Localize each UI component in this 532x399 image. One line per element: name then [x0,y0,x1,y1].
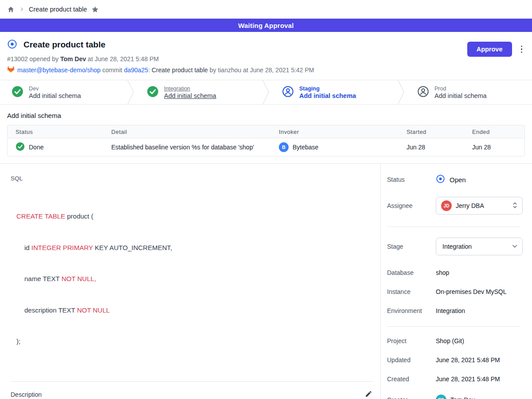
status-row: Status Open [387,174,525,185]
done-check-icon [16,142,25,153]
stage-pending-user-icon [282,86,294,99]
page-title: Create product table [23,40,106,50]
breadcrumb: Create product table [0,0,532,19]
stage-value: Integration [441,243,508,250]
issue-detail-panel: SQL CREATE TABLE product ( id INTEGER PR… [0,164,380,399]
stage-integration[interactable]: IntegrationAdd initial schema [135,80,262,104]
bytebase-issue-page: Create product table Waiting Approval Cr… [0,0,532,399]
more-actions-menu[interactable] [518,44,525,55]
chevron-down-icon [512,243,518,250]
issue-id: #13002 [7,55,28,63]
issue-header: Create product table Approve #13002 open… [0,32,532,80]
database-value[interactable]: shop [436,269,449,276]
stage-task-name: Add initial schema [434,92,487,99]
commit-hash-link[interactable]: da90a25 [124,66,149,74]
col-ended: Ended [464,129,524,135]
stage-staging[interactable]: StagingAdd initial schema [270,80,397,104]
col-detail: Detail [103,129,271,135]
stage-task-name: Add initial schema [29,92,81,99]
stage-env-name: Staging [299,86,356,92]
stage-label: Stage [387,243,436,250]
task-detail-cell: Established baseline version %s for data… [103,144,271,151]
stage-env-name: Dev [29,86,81,92]
task-table-header: Status Detail Invoker Started Ended [8,125,524,138]
stage-separator [262,80,270,104]
stage-separator [397,80,406,104]
environment-value: Integration [436,307,465,314]
environment-row: Environment Integration [387,307,525,314]
stage-done-icon [12,86,23,99]
creator-label: Creator [387,396,436,399]
banner-text: Waiting Approval [238,22,293,29]
breadcrumb-page-title[interactable]: Create product table [29,6,87,13]
issue-sidebar: Status Open Assignee JD Jerry DBA Stage [380,164,532,399]
created-value: June 28, 2021 5:48 PM [436,376,500,383]
task-ended-cell: Jun 28 [464,144,524,151]
commit-branch-link[interactable]: master@bytebase-demo/shop [17,66,101,74]
task-heading: Add initial schema [7,112,525,119]
assignee-label: Assignee [387,202,436,209]
home-icon[interactable] [7,6,15,13]
sql-statement: CREATE TABLE product ( id INTEGER PRIMAR… [11,190,373,368]
star-icon[interactable] [91,6,99,13]
col-started: Started [399,129,464,135]
divider [387,227,520,227]
status-value: Open [450,176,466,184]
stage-select[interactable]: Integration [436,238,523,255]
database-row: Database shop [387,269,525,276]
commit-byline: by tianzhou at June 28, 2021 5:42 PM [208,66,314,74]
creator-value: Tom Dev [450,396,475,399]
task-started-cell: Jun 28 [399,144,464,151]
col-invoker: Invoker [271,129,399,135]
assignee-avatar: JD [441,200,452,211]
status-label: Status [387,176,436,183]
stage-task-name: Add initial schema [164,92,216,99]
task-invoker-cell: B Bytebase [271,142,399,152]
approve-button[interactable]: Approve [467,42,512,57]
divider [387,326,520,327]
description-label: Description [11,391,42,398]
database-label: Database [387,269,436,276]
edit-description-pencil-icon[interactable] [364,389,373,399]
issue-author: Tom Dev [60,55,86,63]
stage-separator [126,80,135,104]
invoker-avatar: B [279,142,289,152]
stage-task-name: Add initial schema [299,92,356,99]
updated-label: Updated [387,356,436,364]
pipeline-stage-bar: DevAdd initial schema IntegrationAdd ini… [0,80,532,105]
project-value[interactable]: Shop (Git) [436,337,464,344]
task-status-cell: Done [8,142,103,153]
updated-row: Updated June 28, 2021 5:48 PM [387,356,525,364]
status-open-icon [436,174,445,185]
stage-prod[interactable]: ProdAdd initial schema [406,80,532,104]
updated-value: June 28, 2021 5:48 PM [436,356,500,364]
project-row: Project Shop (Git) [387,337,525,344]
commit-message: Create product table [152,66,208,74]
task-table-row[interactable]: Done Established baseline version %s for… [8,138,524,156]
chevron-right-icon [19,7,24,12]
col-status: Status [8,129,103,135]
stage-dev[interactable]: DevAdd initial schema [0,80,126,104]
gitlab-icon [7,66,15,74]
project-label: Project [387,337,436,344]
instance-row: Instance On-premises Dev MySQL [387,288,525,295]
stage-env-name: Integration [164,86,216,92]
environment-label: Environment [387,307,436,314]
assignee-row: Assignee JD Jerry DBA [387,197,525,215]
issue-meta: #13002 opened by Tom Dev at June 28, 202… [7,55,525,63]
issue-open-icon [7,39,17,51]
creator-row: Creator TD Tom Dev [387,395,525,399]
created-row: Created June 28, 2021 5:48 PM [387,376,525,383]
stage-pending-user-icon [417,86,429,99]
created-label: Created [387,376,436,383]
select-updown-icon [512,202,518,210]
divider [11,381,373,382]
stage-done-icon [147,86,159,99]
assignee-select[interactable]: JD Jerry DBA [436,197,523,215]
stage-env-name: Prod [434,86,487,92]
stage-row: Stage Integration [387,238,525,255]
instance-value[interactable]: On-premises Dev MySQL [436,288,506,295]
instance-label: Instance [387,288,436,295]
waiting-approval-banner: Waiting Approval [0,19,532,32]
task-section: Add initial schema Status Detail Invoker… [0,105,532,163]
